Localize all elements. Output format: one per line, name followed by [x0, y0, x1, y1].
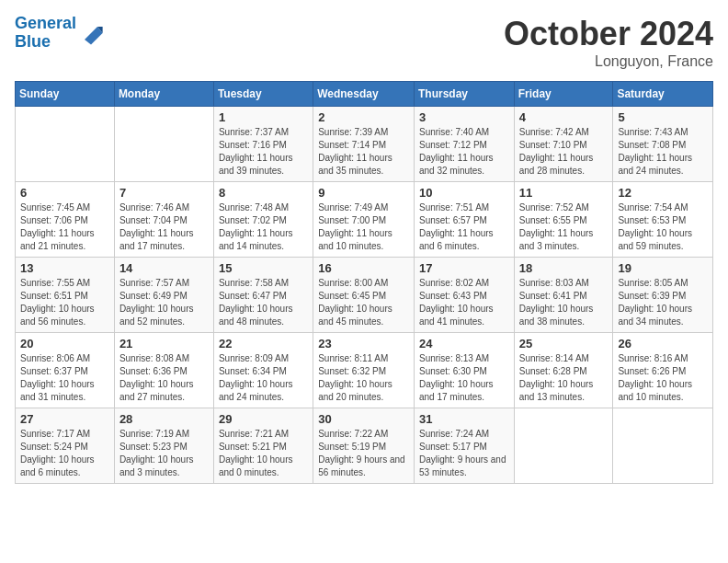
cell-date-number: 1: [219, 110, 308, 124]
cell-info: Sunrise: 7:58 AM Sunset: 6:47 PM Dayligh…: [219, 277, 308, 328]
cell-info: Sunrise: 7:49 AM Sunset: 7:00 PM Dayligh…: [318, 201, 409, 253]
cell-info: Sunrise: 7:48 AM Sunset: 7:02 PM Dayligh…: [219, 201, 308, 253]
cell-date-number: 10: [419, 186, 509, 200]
weekday-header: Wednesday: [313, 82, 415, 107]
cell-date-number: 28: [119, 412, 209, 426]
calendar-cell: 22Sunrise: 8:09 AM Sunset: 6:34 PM Dayli…: [213, 333, 313, 408]
calendar-cell: 28Sunrise: 7:19 AM Sunset: 5:23 PM Dayli…: [114, 408, 213, 484]
cell-info: Sunrise: 8:08 AM Sunset: 6:36 PM Dayligh…: [119, 352, 209, 404]
cell-date-number: 12: [618, 186, 708, 200]
cell-date-number: 13: [20, 261, 109, 275]
cell-date-number: 17: [419, 261, 509, 275]
calendar-cell: 29Sunrise: 7:21 AM Sunset: 5:21 PM Dayli…: [213, 408, 313, 484]
page-subtitle: Longuyon, France: [504, 53, 713, 70]
cell-date-number: 6: [20, 186, 109, 200]
calendar-cell: 27Sunrise: 7:17 AM Sunset: 5:24 PM Dayli…: [16, 408, 115, 484]
cell-info: Sunrise: 8:16 AM Sunset: 6:26 PM Dayligh…: [618, 352, 708, 404]
calendar-cell: [613, 408, 713, 484]
cell-date-number: 5: [618, 110, 708, 124]
weekday-header: Thursday: [414, 82, 514, 107]
cell-date-number: 31: [419, 412, 509, 426]
title-block: October 2024 Longuyon, France: [504, 15, 713, 70]
cell-date-number: 24: [419, 337, 509, 350]
cell-info: Sunrise: 8:02 AM Sunset: 6:43 PM Dayligh…: [419, 277, 509, 328]
cell-date-number: 8: [219, 186, 308, 200]
cell-info: Sunrise: 7:19 AM Sunset: 5:23 PM Dayligh…: [119, 428, 209, 479]
cell-info: Sunrise: 7:46 AM Sunset: 7:04 PM Dayligh…: [119, 201, 209, 253]
cell-date-number: 18: [519, 261, 609, 275]
cell-info: Sunrise: 7:57 AM Sunset: 6:49 PM Dayligh…: [119, 277, 209, 328]
calendar-cell: 4Sunrise: 7:42 AM Sunset: 7:10 PM Daylig…: [514, 107, 613, 182]
calendar-cell: 26Sunrise: 8:16 AM Sunset: 6:26 PM Dayli…: [613, 333, 713, 408]
cell-info: Sunrise: 8:09 AM Sunset: 6:34 PM Dayligh…: [219, 352, 308, 404]
calendar-cell: 19Sunrise: 8:05 AM Sunset: 6:39 PM Dayli…: [613, 258, 713, 333]
cell-info: Sunrise: 7:55 AM Sunset: 6:51 PM Dayligh…: [20, 277, 109, 328]
cell-info: Sunrise: 8:14 AM Sunset: 6:28 PM Dayligh…: [519, 352, 609, 404]
calendar-cell: 25Sunrise: 8:14 AM Sunset: 6:28 PM Dayli…: [514, 333, 613, 408]
calendar-cell: 11Sunrise: 7:52 AM Sunset: 6:55 PM Dayli…: [514, 182, 613, 258]
logo: GeneralBlue: [15, 15, 104, 52]
calendar-week-row: 27Sunrise: 7:17 AM Sunset: 5:24 PM Dayli…: [16, 408, 713, 484]
calendar-cell: 5Sunrise: 7:43 AM Sunset: 7:08 PM Daylig…: [613, 107, 713, 182]
cell-info: Sunrise: 7:52 AM Sunset: 6:55 PM Dayligh…: [519, 201, 609, 253]
cell-date-number: 21: [119, 337, 209, 350]
calendar-cell: 12Sunrise: 7:54 AM Sunset: 6:53 PM Dayli…: [613, 182, 713, 258]
cell-info: Sunrise: 8:00 AM Sunset: 6:45 PM Dayligh…: [318, 277, 409, 328]
cell-info: Sunrise: 7:17 AM Sunset: 5:24 PM Dayligh…: [20, 428, 109, 479]
calendar-cell: 21Sunrise: 8:08 AM Sunset: 6:36 PM Dayli…: [114, 333, 213, 408]
calendar-cell: 23Sunrise: 8:11 AM Sunset: 6:32 PM Dayli…: [313, 333, 415, 408]
calendar-cell: 14Sunrise: 7:57 AM Sunset: 6:49 PM Dayli…: [114, 258, 213, 333]
calendar-cell: 6Sunrise: 7:45 AM Sunset: 7:06 PM Daylig…: [16, 182, 115, 258]
calendar-cell: 30Sunrise: 7:22 AM Sunset: 5:19 PM Dayli…: [313, 408, 415, 484]
cell-info: Sunrise: 8:06 AM Sunset: 6:37 PM Dayligh…: [20, 352, 109, 404]
calendar-cell: [16, 107, 115, 182]
calendar-cell: 24Sunrise: 8:13 AM Sunset: 6:30 PM Dayli…: [414, 333, 514, 408]
cell-info: Sunrise: 7:42 AM Sunset: 7:10 PM Dayligh…: [519, 126, 609, 178]
cell-info: Sunrise: 7:21 AM Sunset: 5:21 PM Dayligh…: [219, 428, 308, 479]
weekday-header: Monday: [114, 82, 213, 107]
page-header: GeneralBlue October 2024 Longuyon, Franc…: [15, 15, 713, 70]
page-title: October 2024: [504, 15, 713, 53]
calendar-cell: [114, 107, 213, 182]
cell-info: Sunrise: 7:24 AM Sunset: 5:17 PM Dayligh…: [419, 428, 509, 479]
calendar-cell: 15Sunrise: 7:58 AM Sunset: 6:47 PM Dayli…: [213, 258, 313, 333]
calendar-cell: 9Sunrise: 7:49 AM Sunset: 7:00 PM Daylig…: [313, 182, 415, 258]
calendar-week-row: 6Sunrise: 7:45 AM Sunset: 7:06 PM Daylig…: [16, 182, 713, 258]
calendar-cell: 1Sunrise: 7:37 AM Sunset: 7:16 PM Daylig…: [213, 107, 313, 182]
calendar-cell: 16Sunrise: 8:00 AM Sunset: 6:45 PM Dayli…: [313, 258, 415, 333]
cell-date-number: 25: [519, 337, 609, 350]
cell-date-number: 23: [318, 337, 409, 350]
cell-date-number: 7: [119, 186, 209, 200]
cell-date-number: 16: [318, 261, 409, 275]
weekday-header: Sunday: [16, 82, 115, 107]
cell-date-number: 11: [519, 186, 609, 200]
cell-info: Sunrise: 7:40 AM Sunset: 7:12 PM Dayligh…: [419, 126, 509, 178]
cell-date-number: 26: [618, 337, 708, 350]
calendar-cell: 10Sunrise: 7:51 AM Sunset: 6:57 PM Dayli…: [414, 182, 514, 258]
cell-date-number: 4: [519, 110, 609, 124]
calendar-cell: 13Sunrise: 7:55 AM Sunset: 6:51 PM Dayli…: [16, 258, 115, 333]
weekday-header: Tuesday: [213, 82, 313, 107]
calendar-table: SundayMondayTuesdayWednesdayThursdayFrid…: [15, 81, 713, 484]
calendar-cell: [514, 408, 613, 484]
weekday-header: Saturday: [613, 82, 713, 107]
cell-info: Sunrise: 8:13 AM Sunset: 6:30 PM Dayligh…: [419, 352, 509, 404]
calendar-cell: 8Sunrise: 7:48 AM Sunset: 7:02 PM Daylig…: [213, 182, 313, 258]
calendar-cell: 18Sunrise: 8:03 AM Sunset: 6:41 PM Dayli…: [514, 258, 613, 333]
cell-date-number: 30: [318, 412, 409, 426]
cell-date-number: 22: [219, 337, 308, 350]
weekday-header: Friday: [514, 82, 613, 107]
cell-date-number: 14: [119, 261, 209, 275]
cell-info: Sunrise: 8:05 AM Sunset: 6:39 PM Dayligh…: [618, 277, 708, 328]
cell-date-number: 15: [219, 261, 308, 275]
cell-date-number: 3: [419, 110, 509, 124]
calendar-cell: 31Sunrise: 7:24 AM Sunset: 5:17 PM Dayli…: [414, 408, 514, 484]
calendar-week-row: 20Sunrise: 8:06 AM Sunset: 6:37 PM Dayli…: [16, 333, 713, 408]
calendar-header: SundayMondayTuesdayWednesdayThursdayFrid…: [16, 82, 713, 107]
calendar-cell: 2Sunrise: 7:39 AM Sunset: 7:14 PM Daylig…: [313, 107, 415, 182]
cell-info: Sunrise: 7:54 AM Sunset: 6:53 PM Dayligh…: [618, 201, 708, 253]
cell-date-number: 19: [618, 261, 708, 275]
logo-text: GeneralBlue: [15, 15, 76, 52]
cell-info: Sunrise: 7:39 AM Sunset: 7:14 PM Dayligh…: [318, 126, 409, 178]
cell-info: Sunrise: 8:03 AM Sunset: 6:41 PM Dayligh…: [519, 277, 609, 328]
